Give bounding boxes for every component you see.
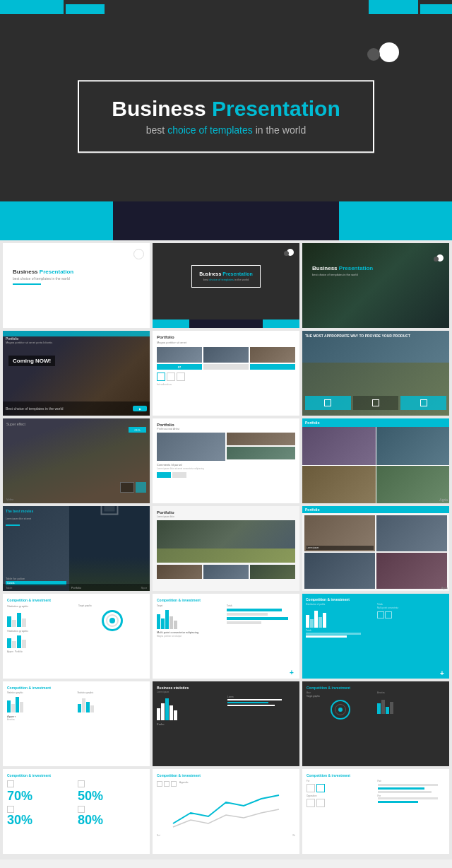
hero-bottom-bar xyxy=(0,201,452,240)
slide-competition-percent[interactable]: Competition & investment 70% 30% xyxy=(3,769,150,854)
slide-row-2: Best choice of templates in the world ▶ … xyxy=(3,331,449,416)
slides-grid: Business Presentation best choice of tem… xyxy=(0,240,452,860)
teal-block-3 xyxy=(369,0,418,14)
slide-competition-dark-target[interactable]: Competition & investment Azur Target gra… xyxy=(302,681,449,766)
teal-block-1 xyxy=(0,0,64,14)
slide-competition-white[interactable]: Competition & investment Statistics grap… xyxy=(3,681,150,766)
slide-portfolio-mixed[interactable]: Portfolio Lorem ipsum Agria xyxy=(302,506,449,591)
slide-row-4: The best movies Lorem ipsum dolor sit am… xyxy=(3,506,449,591)
slide-dark-title[interactable]: Business Presentation best choice of tem… xyxy=(153,243,299,328)
hero-title-accent: Presentation xyxy=(212,97,340,120)
slide-portfolio-collage[interactable]: Portfolio Agria xyxy=(302,418,449,503)
hero-decorative-icon xyxy=(367,42,399,64)
slide-row-3: Super effect 01% Video Portfolio Profess… xyxy=(3,418,449,503)
slide-competition-light[interactable]: Competition & investment Target T xyxy=(153,594,299,679)
hero-bottom-teal-right xyxy=(339,201,452,240)
slide-portfolio-crowd[interactable]: Best choice of templates in the world ▶ … xyxy=(3,331,150,416)
slide-stats-investment[interactable]: Competition & investment Statistics grap… xyxy=(3,594,150,679)
dark-circle-icon xyxy=(367,48,380,61)
hero-bottom-teal-left xyxy=(0,201,113,240)
hero-border-box: Business Presentation best choice of tem… xyxy=(78,80,374,153)
slide-portfolio-numbered[interactable]: Portfolio Magna porttitor sit amet 07 In… xyxy=(153,331,299,416)
slide-mountain-portfolio[interactable]: Portfolio Lorem ipsum dolor xyxy=(153,506,299,591)
slide-portfolio-pro[interactable]: Portfolio Professional Artist Comments I… xyxy=(153,418,299,503)
slide-white-title[interactable]: Business Presentation best choice of tem… xyxy=(3,243,150,328)
hero-bottom-dark xyxy=(113,201,339,240)
slide-competition-line[interactable]: Competition & investment Appendix Ne xyxy=(153,769,299,854)
teal-block-4 xyxy=(420,4,452,14)
hero-title: Business Presentation xyxy=(100,97,352,121)
white-circle-icon xyxy=(379,42,399,62)
slide-row-1: Business Presentation best choice of tem… xyxy=(3,243,449,328)
hero-subtitle-accent: choice of templates xyxy=(167,124,253,136)
slide-business-stats-dark[interactable]: Business statistics Lorem ipsum Lorem xyxy=(153,681,299,766)
hero-content: Business Presentation best choice of tem… xyxy=(78,80,374,153)
hero-section: Business Presentation best choice of tem… xyxy=(0,0,452,240)
slide-competition-accent[interactable]: Competition & investment Distribution of… xyxy=(302,594,449,679)
slide-row-7: Competition & investment 70% 30% xyxy=(3,769,449,854)
slide-competition-boxes[interactable]: Competition & investment For Opposition xyxy=(302,769,449,854)
hero-title-plain: Business xyxy=(112,97,212,120)
slide-dark-split-stats[interactable]: The best movies Lorem ipsum dolor sit am… xyxy=(3,506,150,591)
slide-row-6: Competition & investment Statistics grap… xyxy=(3,681,449,766)
hero-subtitle-plain1: best xyxy=(146,124,167,136)
line-chart-svg xyxy=(157,788,295,831)
hero-subtitle-plain2: in the world xyxy=(253,124,306,136)
slide-product-teal[interactable]: THE MOST APPROPRIATE WAY TO PROVIDE YOUR… xyxy=(302,331,449,416)
slide-desk-photo[interactable]: Super effect 01% Video xyxy=(3,418,150,503)
teal-block-2 xyxy=(66,4,105,14)
slide-forest-title[interactable]: Business Presentation best choice of tem… xyxy=(302,243,449,328)
hero-subtitle: best choice of templates in the world xyxy=(100,124,352,136)
slide-row-5: Competition & investment Statistics grap… xyxy=(3,594,449,679)
